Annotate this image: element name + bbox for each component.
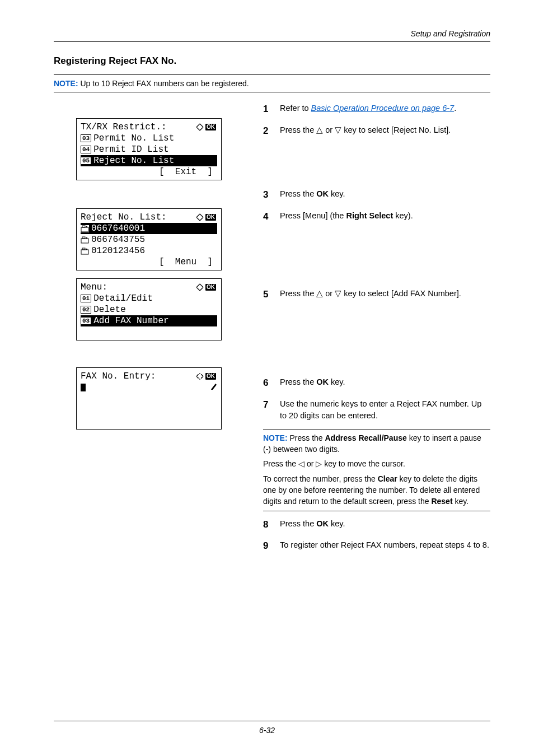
svg-point-9: [86, 248, 87, 249]
step-1: 1 Refer to Basic Operation Procedure on …: [263, 102, 490, 116]
svg-rect-7: [81, 250, 88, 254]
lcd1-title: TX/RX Restrict.:: [81, 122, 167, 133]
nav-ok-icon: OK: [195, 283, 217, 291]
in-p3d: Reset: [431, 497, 452, 506]
step-3: 3 Press the OK key.: [263, 188, 490, 202]
lcd-panel-fax-entry: FAX No. Entry: OK: [76, 367, 222, 430]
step8-a: Press the: [280, 519, 316, 528]
page-number: 6-32: [0, 726, 534, 735]
step3-a: Press the: [280, 189, 316, 198]
lcd3-title: Menu:: [81, 282, 107, 293]
menu-num-04: 04: [81, 146, 91, 153]
step-num-6: 6: [263, 376, 280, 390]
page-footer: 6-32: [0, 721, 534, 735]
lcd3-item-delete: Delete: [93, 304, 126, 315]
step8-b: OK: [316, 519, 329, 528]
step-num-7: 7: [263, 398, 280, 422]
step7-text: Use the numeric keys to enter a Reject F…: [280, 398, 490, 422]
in-p3a: To correct the number, press the: [263, 474, 378, 483]
svg-point-6: [86, 237, 87, 238]
in-p1a: Press the: [288, 433, 325, 442]
svg-point-3: [86, 226, 87, 227]
step4-c: key).: [393, 211, 413, 220]
lcd-panel-menu: Menu: OK 01Detail/Edit 02Delete 03Add FA…: [76, 278, 222, 340]
lcd-panel-reject-list: Reject No. List: OK 0667640001 066764375…: [76, 208, 222, 270]
ok-badge: OK: [205, 284, 216, 291]
step-num-5: 5: [263, 288, 280, 302]
lcd4-title: FAX No. Entry:: [81, 371, 156, 382]
interior-note: NOTE: Press the Address Recall/Pause key…: [263, 430, 490, 511]
svg-rect-4: [81, 239, 88, 243]
lcd3-item-add-fax: Add FAX Number: [93, 315, 168, 326]
menu-num-02: 02: [81, 306, 91, 314]
step-num-3: 3: [263, 188, 280, 202]
step-5: 5 Press the △ or ▽ key to select [Add FA…: [263, 288, 490, 302]
step-8: 8 Press the OK key.: [263, 518, 490, 532]
step-num-8: 8: [263, 518, 280, 532]
fax-icon: [81, 225, 89, 232]
lcd2-entry-1: 0667640001: [91, 223, 145, 234]
step9-text: To register other Reject FAX numbers, re…: [280, 539, 490, 553]
nav-ok-icon: OK: [195, 123, 217, 131]
lcd3-item-detail: Detail/Edit: [93, 293, 153, 304]
menu-num-01: 01: [81, 295, 91, 302]
step-num-4: 4: [263, 210, 280, 224]
lcd2-entry-3: 0120123456: [91, 245, 145, 256]
step-num-9: 9: [263, 539, 280, 553]
step4-a: Press [Menu] (the: [280, 211, 346, 220]
pencil-icon: [146, 371, 217, 404]
header-rule: [54, 41, 490, 42]
lcd-panel-restrict: TX/RX Restrict.: OK 03Permit No. List 04…: [76, 118, 222, 180]
note-label: NOTE:: [54, 79, 78, 88]
lcd2-softkey-menu: [ Menu ]: [159, 256, 213, 268]
step6-a: Press the: [280, 377, 316, 386]
lcd1-item-permit-id: Permit ID List: [93, 144, 168, 155]
nav-ok-icon: OK: [195, 213, 217, 221]
fax-icon: [81, 236, 89, 244]
ok-badge: OK: [205, 214, 216, 221]
note-rule-top: [54, 74, 490, 75]
step-num-1: 1: [263, 102, 280, 116]
fax-icon: [81, 248, 89, 255]
step3-b: OK: [316, 189, 329, 198]
in-p1b: Address Recall/Pause: [325, 433, 406, 442]
step1-link[interactable]: Basic Operation Procedure on page 6-7: [311, 104, 455, 113]
step-2: 2 Press the △ or ▽ key to select [Reject…: [263, 124, 490, 138]
step6-c: key.: [329, 377, 345, 386]
cursor-icon: [81, 384, 86, 391]
svg-rect-5: [82, 237, 85, 239]
step-7: 7 Use the numeric keys to enter a Reject…: [263, 398, 490, 422]
lcd1-softkey-exit: [ Exit ]: [159, 166, 213, 178]
in-p3e: key.: [453, 497, 469, 506]
menu-num-03b: 03: [81, 317, 91, 325]
menu-num-03: 03: [81, 134, 91, 142]
step3-c: key.: [329, 189, 345, 198]
step-6: 6 Press the OK key.: [263, 376, 490, 390]
lcd1-item-permit-no: Permit No. List: [93, 133, 174, 144]
note-rule-bottom: [54, 92, 490, 92]
ok-badge: OK: [205, 124, 216, 130]
lcd2-entry-2: 0667643755: [91, 234, 145, 245]
section-header: Setup and Registration: [54, 29, 490, 38]
step2-text: Press the △ or ▽ key to select [Reject N…: [280, 124, 490, 138]
step1-text-b: .: [454, 104, 456, 113]
step6-b: OK: [316, 377, 329, 386]
in-p3b: Clear: [378, 474, 397, 483]
step1-text-a: Refer to: [280, 104, 311, 113]
step-num-2: 2: [263, 124, 280, 138]
page-heading: Registering Reject FAX No.: [54, 55, 490, 67]
step-9: 9 To register other Reject FAX numbers, …: [263, 539, 490, 553]
svg-rect-8: [82, 248, 85, 250]
step4-b: Right Select: [346, 211, 393, 220]
interior-note-label: NOTE:: [263, 433, 288, 442]
step-4: 4 Press [Menu] (the Right Select key).: [263, 210, 490, 224]
top-note: NOTE: Up to 10 Reject FAX numbers can be…: [54, 74, 490, 92]
menu-num-05: 05: [81, 157, 91, 165]
in-p2: Press the ◁ or ▷ key to move the cursor.: [263, 458, 490, 469]
lcd1-item-reject-no: Reject No. List: [93, 155, 174, 166]
note-text: Up to 10 Reject FAX numbers can be regis…: [78, 79, 249, 88]
step8-c: key.: [329, 519, 345, 528]
lcd2-title: Reject No. List:: [81, 212, 167, 223]
step5-text: Press the △ or ▽ key to select [Add FAX …: [280, 288, 490, 302]
